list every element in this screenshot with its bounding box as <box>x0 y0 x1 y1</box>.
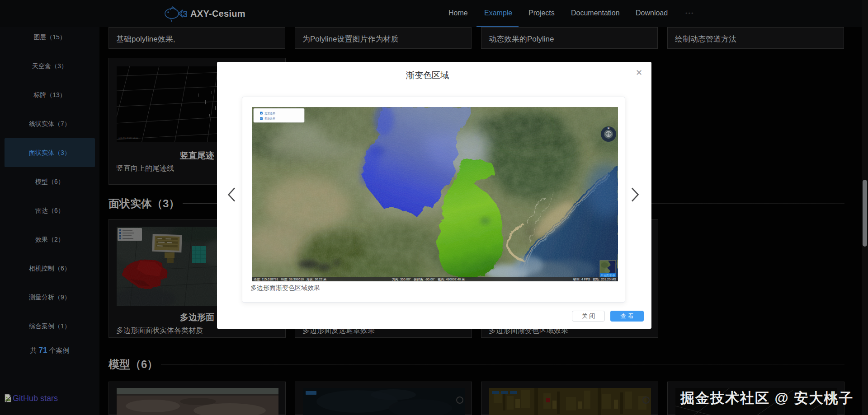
svg-text:天津边界: 天津边界 <box>264 117 275 121</box>
svg-text:方向: 360.00° 俯仰角: -90.00° 视: 方向: 360.00° 俯仰角: -90.00° 视高: 490007.40 米 <box>392 277 465 281</box>
svg-text:帧率: 4 FPS 获取: 201.20 MS: 帧率: 4 FPS 获取: 201.20 MS <box>573 278 616 281</box>
svg-text:北京边界: 北京边界 <box>264 112 275 115</box>
svg-text:经度: 115.618791 纬度: 39.399610: 经度: 115.618791 纬度: 39.399610 海拔: 30.22 米 <box>254 278 326 281</box>
svg-text:N: N <box>608 127 609 130</box>
svg-text:天地图影像: 天地图影像 <box>600 274 615 277</box>
svg-text:3: 3 <box>183 9 187 19</box>
